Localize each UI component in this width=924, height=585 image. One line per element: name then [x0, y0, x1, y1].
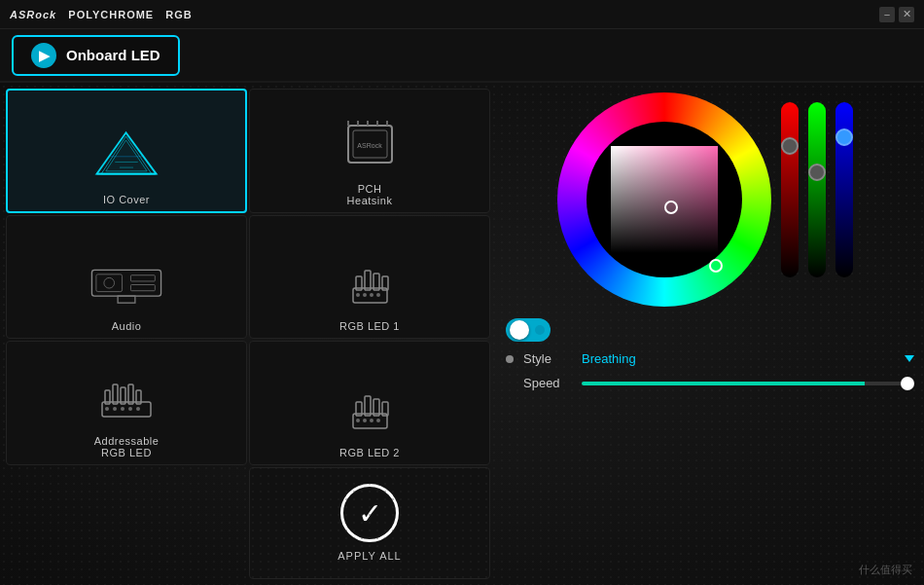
color-panel: [496, 92, 914, 307]
speed-row: Speed: [496, 376, 914, 390]
speed-label: Speed: [523, 376, 572, 390]
toggle-row: [496, 318, 914, 342]
svg-point-39: [128, 407, 132, 411]
rgb-led-1-icon: [331, 246, 409, 314]
style-row: Style Breathing: [496, 351, 914, 366]
toggle-knob: [510, 320, 529, 340]
svg-point-37: [113, 407, 117, 411]
svg-text:ASRock: ASRock: [357, 142, 382, 149]
pch-heatsink-label: PCHHeatsink: [347, 183, 393, 206]
component-io-cover[interactable]: IO Cover: [6, 89, 247, 213]
style-label: Style: [523, 351, 572, 366]
svg-point-27: [363, 293, 367, 297]
style-dropdown-arrow[interactable]: [905, 355, 914, 362]
close-button[interactable]: ✕: [899, 7, 914, 22]
grid-empty: [6, 467, 247, 579]
svg-rect-34: [128, 384, 133, 404]
svg-point-49: [376, 419, 380, 422]
svg-point-26: [356, 293, 360, 297]
svg-point-38: [121, 407, 124, 411]
svg-point-17: [104, 277, 115, 288]
component-rgb-led-1[interactable]: RGB LED 1: [249, 215, 490, 340]
rgb-sliders: [781, 92, 853, 307]
color-wheel-container[interactable]: [557, 92, 771, 307]
svg-point-29: [376, 293, 380, 297]
red-slider[interactable]: [781, 102, 799, 277]
main-content: IO Cover ASRock PCHHeatsin: [0, 83, 924, 585]
speed-slider[interactable]: [582, 382, 914, 385]
rgb-led-1-label: RGB LED 1: [339, 320, 400, 332]
svg-rect-32: [113, 384, 118, 404]
green-slider-thumb[interactable]: [808, 164, 826, 181]
title-bar: ASRock POLYCHROME RGB − ✕: [0, 0, 924, 29]
svg-point-46: [356, 419, 360, 422]
green-slider[interactable]: [808, 102, 826, 277]
addressable-rgb-led-icon: [88, 361, 165, 429]
color-wheel-svg[interactable]: [557, 92, 771, 307]
minimize-button[interactable]: −: [879, 7, 895, 22]
component-addressable-rgb-led[interactable]: AddressableRGB LED: [6, 341, 247, 465]
audio-icon: [88, 246, 165, 314]
onboard-led-button[interactable]: ▶ Onboard LED: [12, 35, 180, 76]
nav-bar: ▶ Onboard LED: [0, 29, 924, 83]
svg-rect-19: [130, 284, 155, 290]
svg-point-40: [136, 407, 140, 411]
svg-point-48: [370, 419, 373, 422]
io-cover-icon: [88, 120, 165, 188]
audio-label: Audio: [112, 320, 142, 332]
apply-all-button[interactable]: ✓ Apply All: [249, 467, 490, 579]
title-bar-left: ASRock POLYCHROME RGB: [10, 9, 193, 20]
speed-thumb[interactable]: [901, 377, 914, 390]
component-rgb-led-2[interactable]: RGB LED 2: [249, 341, 490, 465]
io-cover-label: IO Cover: [103, 194, 150, 205]
apply-all-check-icon: ✓: [340, 484, 399, 542]
component-grid: IO Cover ASRock PCHHeatsin: [0, 83, 496, 585]
svg-rect-18: [130, 275, 155, 281]
svg-point-47: [363, 419, 367, 422]
onboard-led-label: Onboard LED: [66, 47, 160, 63]
watermark: 什么值得买: [859, 563, 912, 577]
rgb-led-2-label: RGB LED 2: [339, 447, 400, 458]
style-value: Breathing: [582, 351, 895, 366]
pch-heatsink-icon: ASRock: [331, 109, 409, 177]
style-dot: [506, 355, 514, 363]
addressable-rgb-led-label: AddressableRGB LED: [94, 435, 160, 458]
svg-rect-16: [96, 274, 123, 292]
app-title: ASRock POLYCHROME RGB: [10, 9, 193, 20]
svg-rect-43: [365, 396, 371, 416]
svg-rect-23: [365, 271, 371, 290]
title-controls: − ✕: [879, 7, 914, 22]
red-slider-thumb[interactable]: [781, 137, 799, 155]
blue-slider-thumb[interactable]: [835, 128, 853, 146]
rgb-led-2-icon: [331, 373, 409, 441]
svg-point-36: [105, 407, 109, 411]
svg-marker-3: [106, 140, 147, 171]
power-toggle[interactable]: [506, 318, 551, 342]
svg-point-28: [370, 293, 373, 297]
component-audio[interactable]: Audio: [6, 215, 247, 340]
toggle-led: [535, 325, 545, 335]
speed-dot: [506, 380, 514, 387]
blue-slider[interactable]: [835, 102, 853, 277]
right-panel: Style Breathing Speed: [496, 83, 924, 585]
apply-all-label: Apply All: [338, 550, 401, 562]
nav-arrow-icon: ▶: [31, 43, 56, 68]
component-pch-heatsink[interactable]: ASRock PCHHeatsink: [249, 89, 490, 213]
svg-rect-20: [118, 296, 135, 303]
